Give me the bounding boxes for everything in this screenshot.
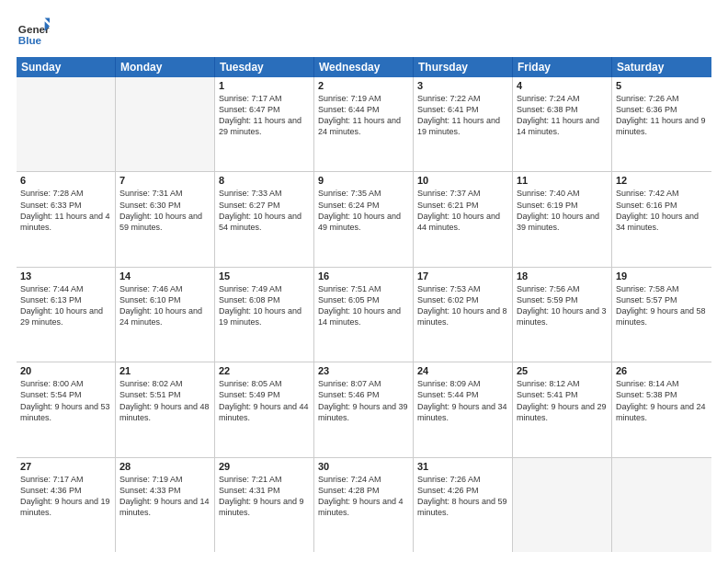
calendar-cell: 8Sunrise: 7:33 AM Sunset: 6:27 PM Daylig… <box>215 172 314 266</box>
cell-info: Sunrise: 7:42 AM Sunset: 6:16 PM Dayligh… <box>616 188 708 233</box>
calendar-cell: 9Sunrise: 7:35 AM Sunset: 6:24 PM Daylig… <box>314 172 414 266</box>
header-cell-thursday: Thursday <box>414 57 513 77</box>
day-number: 17 <box>417 270 508 282</box>
cell-info: Sunrise: 7:53 AM Sunset: 6:02 PM Dayligh… <box>417 283 508 328</box>
day-number: 4 <box>517 80 608 91</box>
day-number: 27 <box>20 461 111 472</box>
calendar-cell: 26Sunrise: 8:14 AM Sunset: 5:38 PM Dayli… <box>612 362 711 456</box>
day-number: 30 <box>318 461 409 472</box>
calendar-cell: 30Sunrise: 7:24 AM Sunset: 4:28 PM Dayli… <box>314 458 414 552</box>
day-number: 10 <box>417 175 508 186</box>
calendar-header-row: SundayMondayTuesdayWednesdayThursdayFrid… <box>17 57 711 77</box>
calendar-cell: 13Sunrise: 7:44 AM Sunset: 6:13 PM Dayli… <box>17 268 116 362</box>
day-number: 5 <box>616 80 708 91</box>
svg-text:Blue: Blue <box>18 34 42 46</box>
calendar-cell <box>17 77 116 171</box>
calendar-week-1: 1Sunrise: 7:17 AM Sunset: 6:47 PM Daylig… <box>17 77 711 172</box>
cell-info: Sunrise: 7:26 AM Sunset: 6:36 PM Dayligh… <box>616 93 708 138</box>
cell-info: Sunrise: 8:05 AM Sunset: 5:49 PM Dayligh… <box>219 378 310 423</box>
calendar: SundayMondayTuesdayWednesdayThursdayFrid… <box>17 57 711 552</box>
cell-info: Sunrise: 7:35 AM Sunset: 6:24 PM Dayligh… <box>318 188 409 233</box>
day-number: 25 <box>517 365 608 376</box>
day-number: 19 <box>616 270 708 282</box>
calendar-cell: 7Sunrise: 7:31 AM Sunset: 6:30 PM Daylig… <box>116 172 215 266</box>
cell-info: Sunrise: 8:00 AM Sunset: 5:54 PM Dayligh… <box>20 378 111 423</box>
calendar-cell: 19Sunrise: 7:58 AM Sunset: 5:57 PM Dayli… <box>612 268 711 362</box>
calendar-cell <box>612 458 711 552</box>
header-cell-tuesday: Tuesday <box>215 57 314 77</box>
cell-info: Sunrise: 7:44 AM Sunset: 6:13 PM Dayligh… <box>20 283 111 328</box>
calendar-cell: 6Sunrise: 7:28 AM Sunset: 6:33 PM Daylig… <box>17 172 116 266</box>
day-number: 31 <box>417 461 508 472</box>
cell-info: Sunrise: 7:17 AM Sunset: 4:36 PM Dayligh… <box>20 474 111 519</box>
calendar-cell: 16Sunrise: 7:51 AM Sunset: 6:05 PM Dayli… <box>314 268 414 362</box>
calendar-cell: 24Sunrise: 8:09 AM Sunset: 5:44 PM Dayli… <box>414 362 513 456</box>
cell-info: Sunrise: 7:17 AM Sunset: 6:47 PM Dayligh… <box>219 93 310 138</box>
cell-info: Sunrise: 7:40 AM Sunset: 6:19 PM Dayligh… <box>517 188 608 233</box>
cell-info: Sunrise: 8:07 AM Sunset: 5:46 PM Dayligh… <box>318 378 409 423</box>
cell-info: Sunrise: 7:26 AM Sunset: 4:26 PM Dayligh… <box>417 474 508 519</box>
day-number: 15 <box>219 270 310 282</box>
cell-info: Sunrise: 8:02 AM Sunset: 5:51 PM Dayligh… <box>119 378 210 423</box>
calendar-cell: 25Sunrise: 8:12 AM Sunset: 5:41 PM Dayli… <box>513 362 612 456</box>
calendar-week-3: 13Sunrise: 7:44 AM Sunset: 6:13 PM Dayli… <box>17 268 711 362</box>
calendar-week-4: 20Sunrise: 8:00 AM Sunset: 5:54 PM Dayli… <box>17 362 711 457</box>
day-number: 9 <box>318 175 409 186</box>
day-number: 22 <box>219 365 310 376</box>
calendar-cell: 10Sunrise: 7:37 AM Sunset: 6:21 PM Dayli… <box>414 172 513 266</box>
day-number: 14 <box>119 270 210 282</box>
day-number: 8 <box>219 175 310 186</box>
day-number: 16 <box>318 270 409 282</box>
calendar-cell: 31Sunrise: 7:26 AM Sunset: 4:26 PM Dayli… <box>414 458 513 552</box>
calendar-cell: 17Sunrise: 7:53 AM Sunset: 6:02 PM Dayli… <box>414 268 513 362</box>
calendar-week-5: 27Sunrise: 7:17 AM Sunset: 4:36 PM Dayli… <box>17 458 711 552</box>
calendar-cell: 15Sunrise: 7:49 AM Sunset: 6:08 PM Dayli… <box>215 268 314 362</box>
calendar-body: 1Sunrise: 7:17 AM Sunset: 6:47 PM Daylig… <box>17 77 711 552</box>
day-number: 29 <box>219 461 310 472</box>
cell-info: Sunrise: 7:56 AM Sunset: 5:59 PM Dayligh… <box>517 283 608 328</box>
calendar-cell: 23Sunrise: 8:07 AM Sunset: 5:46 PM Dayli… <box>314 362 414 456</box>
cell-info: Sunrise: 7:33 AM Sunset: 6:27 PM Dayligh… <box>219 188 310 233</box>
header-cell-wednesday: Wednesday <box>314 57 414 77</box>
day-number: 6 <box>20 175 111 186</box>
calendar-cell: 21Sunrise: 8:02 AM Sunset: 5:51 PM Dayli… <box>116 362 215 456</box>
cell-info: Sunrise: 7:51 AM Sunset: 6:05 PM Dayligh… <box>318 283 409 328</box>
logo-icon: General Blue <box>17 15 50 48</box>
calendar-cell: 1Sunrise: 7:17 AM Sunset: 6:47 PM Daylig… <box>215 77 314 171</box>
day-number: 1 <box>219 80 310 91</box>
day-number: 24 <box>417 365 508 376</box>
calendar-cell: 2Sunrise: 7:19 AM Sunset: 6:44 PM Daylig… <box>314 77 414 171</box>
day-number: 23 <box>318 365 409 376</box>
calendar-cell: 5Sunrise: 7:26 AM Sunset: 6:36 PM Daylig… <box>612 77 711 171</box>
calendar-cell: 29Sunrise: 7:21 AM Sunset: 4:31 PM Dayli… <box>215 458 314 552</box>
calendar-cell: 22Sunrise: 8:05 AM Sunset: 5:49 PM Dayli… <box>215 362 314 456</box>
header-cell-monday: Monday <box>116 57 215 77</box>
cell-info: Sunrise: 7:19 AM Sunset: 4:33 PM Dayligh… <box>119 474 210 519</box>
header-cell-saturday: Saturday <box>612 57 711 77</box>
day-number: 26 <box>616 365 708 376</box>
header-cell-sunday: Sunday <box>17 57 116 77</box>
cell-info: Sunrise: 7:19 AM Sunset: 6:44 PM Dayligh… <box>318 93 409 138</box>
logo: General Blue <box>17 15 50 48</box>
calendar-cell <box>116 77 215 171</box>
day-number: 12 <box>616 175 708 186</box>
calendar-cell: 20Sunrise: 8:00 AM Sunset: 5:54 PM Dayli… <box>17 362 116 456</box>
cell-info: Sunrise: 8:14 AM Sunset: 5:38 PM Dayligh… <box>616 378 708 423</box>
day-number: 2 <box>318 80 409 91</box>
calendar-cell: 12Sunrise: 7:42 AM Sunset: 6:16 PM Dayli… <box>612 172 711 266</box>
cell-info: Sunrise: 8:09 AM Sunset: 5:44 PM Dayligh… <box>417 378 508 423</box>
cell-info: Sunrise: 7:22 AM Sunset: 6:41 PM Dayligh… <box>417 93 508 138</box>
header-cell-friday: Friday <box>513 57 612 77</box>
cell-info: Sunrise: 7:46 AM Sunset: 6:10 PM Dayligh… <box>119 283 210 328</box>
day-number: 18 <box>517 270 608 282</box>
calendar-cell: 18Sunrise: 7:56 AM Sunset: 5:59 PM Dayli… <box>513 268 612 362</box>
calendar-cell: 3Sunrise: 7:22 AM Sunset: 6:41 PM Daylig… <box>414 77 513 171</box>
day-number: 21 <box>119 365 210 376</box>
cell-info: Sunrise: 7:37 AM Sunset: 6:21 PM Dayligh… <box>417 188 508 233</box>
calendar-cell: 11Sunrise: 7:40 AM Sunset: 6:19 PM Dayli… <box>513 172 612 266</box>
cell-info: Sunrise: 7:24 AM Sunset: 6:38 PM Dayligh… <box>517 93 608 138</box>
cell-info: Sunrise: 8:12 AM Sunset: 5:41 PM Dayligh… <box>517 378 608 423</box>
cell-info: Sunrise: 7:21 AM Sunset: 4:31 PM Dayligh… <box>219 474 310 519</box>
calendar-cell: 28Sunrise: 7:19 AM Sunset: 4:33 PM Dayli… <box>116 458 215 552</box>
day-number: 3 <box>417 80 508 91</box>
